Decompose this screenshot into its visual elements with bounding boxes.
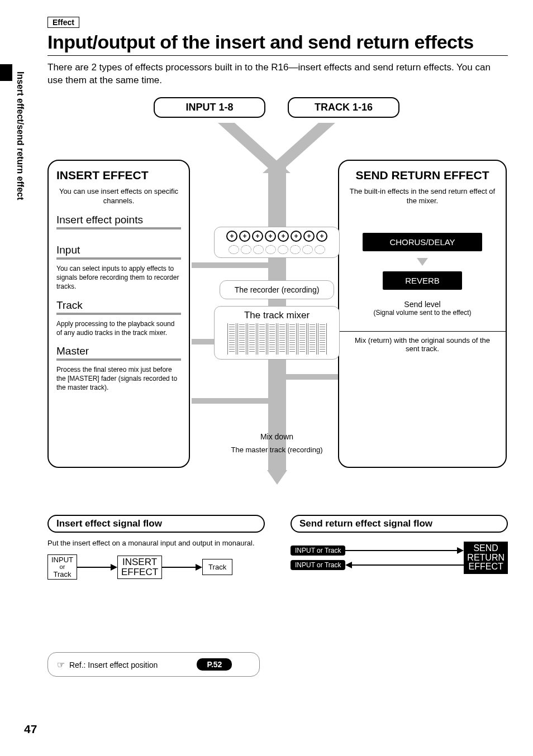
recorder-box: The recorder (recording) xyxy=(220,280,334,299)
mix-down-label: Mix down xyxy=(214,432,340,441)
reverb-box: REVERB xyxy=(383,271,462,290)
plus-knob-8: + xyxy=(316,231,327,242)
input-h: Input xyxy=(56,244,181,256)
grey-link-master xyxy=(192,398,270,404)
fader-strip xyxy=(219,323,335,355)
plus-knob-5: + xyxy=(278,231,289,242)
flow-right-pill-top: INPUT or Track xyxy=(291,546,345,556)
signal-flow-diagram: INPUT 1-8 TRACK 1-16 INSERT EFFECT You c… xyxy=(47,97,508,505)
send-l1: SEND xyxy=(467,544,505,553)
insert-flow-desc: Put the insert effect on a monaural inpu… xyxy=(47,538,265,548)
insert-effect-panel: INSERT EFFECT You can use insert effects… xyxy=(47,160,190,468)
category-tag: Effect xyxy=(47,17,79,28)
side-tab-label: Insert effect/send return effect xyxy=(14,67,26,204)
send-l2: RETURN xyxy=(467,553,505,563)
divider-track xyxy=(56,313,181,315)
plus-knob-6: + xyxy=(291,231,302,242)
knob-row: + + + + + + + + xyxy=(219,231,335,242)
reference-box: ☞ Ref.: Insert effect position P.52 xyxy=(47,652,260,677)
grey-link-input xyxy=(192,262,270,268)
page-content: Effect Input/output of the insert and se… xyxy=(47,17,508,677)
insert-flow-col: Insert effect signal flow Put the insert… xyxy=(47,515,265,580)
intro-text: There are 2 types of effects processors … xyxy=(47,61,508,87)
send-l3: EFFECT xyxy=(467,562,505,572)
send-flow-title: Send return effect signal flow xyxy=(291,515,508,533)
flow-left-box2: INSERT EFFECT xyxy=(117,556,162,579)
trim-row xyxy=(219,245,335,254)
flow-left-box1-l1: INPUT xyxy=(51,556,73,564)
trim-4 xyxy=(265,245,276,254)
fader-5 xyxy=(268,323,277,355)
plus-knob-7: + xyxy=(303,231,315,242)
flow-left-box3: Track xyxy=(202,559,232,575)
master-track-label: The master track (recording) xyxy=(214,446,340,454)
page-number: 47 xyxy=(24,722,37,736)
flow-left-box1: INPUT or Track xyxy=(47,554,77,580)
title-rule xyxy=(47,55,508,56)
send-desc: The built-in effects in the send return … xyxy=(347,186,498,206)
plus-knob-3: + xyxy=(252,231,263,242)
send-level-h: Send level xyxy=(347,300,498,309)
arrow-icon xyxy=(111,564,117,571)
input-desc: You can select inputs to apply effects t… xyxy=(56,264,181,291)
trim-3 xyxy=(253,245,264,254)
plus-knob-1: + xyxy=(226,231,237,242)
send-return-effect-box: SEND RETURN EFFECT xyxy=(464,542,508,574)
send-level-desc: (Signal volume sent to the effect) xyxy=(347,309,498,317)
fader-8 xyxy=(298,323,307,355)
node-input-1-8: INPUT 1-8 xyxy=(154,97,265,118)
send-heading: SEND RETURN EFFECT xyxy=(347,169,498,182)
insert-heading: INSERT EFFECT xyxy=(56,169,181,182)
divider-master xyxy=(56,358,181,361)
plus-knob-2: + xyxy=(239,231,250,242)
send-return-panel: SEND RETURN EFFECT The built-in effects … xyxy=(338,160,507,468)
plus-knob-4: + xyxy=(265,231,276,242)
master-desc: Process the final stereo mix just before… xyxy=(56,365,181,393)
ref-label: Ref.: Insert effect position xyxy=(69,661,158,669)
trim-7 xyxy=(302,245,313,254)
divider-effect xyxy=(56,227,181,229)
fader-6 xyxy=(278,323,287,355)
fader-2 xyxy=(237,323,246,355)
track-mixer-box: The track mixer xyxy=(214,306,340,360)
fader-3 xyxy=(248,323,256,355)
side-black-marker xyxy=(0,64,12,81)
track-h: Track xyxy=(56,299,181,312)
center-knobs: + + + + + + + + xyxy=(214,227,340,258)
ref-page-pill: P.52 xyxy=(197,658,232,671)
trim-2 xyxy=(241,245,251,254)
fader-4 xyxy=(258,323,266,355)
grey-trunk-arrow xyxy=(267,470,287,485)
signal-flow-section: Insert effect signal flow Put the insert… xyxy=(47,515,508,580)
trim-6 xyxy=(290,245,301,254)
flow-left-box1-l2: or xyxy=(51,564,73,571)
trim-1 xyxy=(229,245,239,254)
master-h: Master xyxy=(56,345,181,357)
arrow-icon-3 xyxy=(457,547,464,554)
divider-input xyxy=(56,257,181,260)
trim-5 xyxy=(278,245,288,254)
mix-return-desc: Mix (return) with the original sounds of… xyxy=(347,336,498,353)
trim-8 xyxy=(315,245,325,254)
fader-7 xyxy=(288,323,297,355)
fader-master xyxy=(318,323,327,355)
flow-left-box2-l1: INSERT xyxy=(121,557,158,567)
arrow-icon-2 xyxy=(196,564,202,571)
page-title: Input/output of the insert and send retu… xyxy=(47,31,508,53)
pointing-hand-icon: ☞ xyxy=(57,660,65,669)
track-desc: Apply processing to the playback sound o… xyxy=(56,319,181,337)
track-mixer-label: The track mixer xyxy=(219,310,335,321)
arrow-left-icon xyxy=(345,562,352,568)
flow-right-pill-bot: INPUT or Track xyxy=(291,560,345,570)
send-flow-col: Send return effect signal flow INPUT or … xyxy=(291,515,508,580)
node-track-1-16: TRACK 1-16 xyxy=(288,97,399,118)
flow-left-box2-l2: EFFECT xyxy=(121,567,158,577)
fader-9 xyxy=(308,323,317,355)
chorus-delay-box: CHORUS/DELAY xyxy=(363,233,482,251)
fader-1 xyxy=(227,323,236,355)
flow-left-box1-l3: Track xyxy=(51,571,73,578)
insert-flow-title: Insert effect signal flow xyxy=(47,515,265,533)
insert-points-h: Insert effect points xyxy=(56,214,181,226)
insert-desc: You can use insert effects on specific c… xyxy=(56,186,181,206)
grey-arrow-between xyxy=(417,258,428,266)
